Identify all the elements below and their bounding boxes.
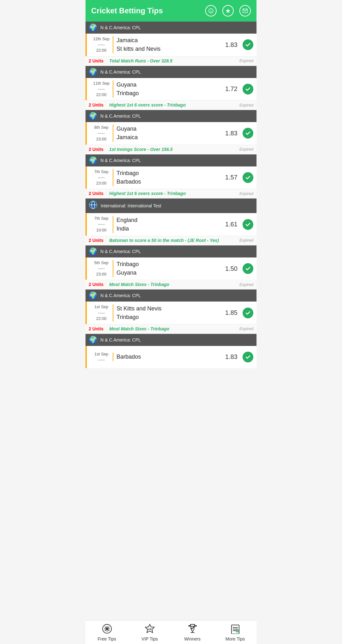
league-row: 🌍N & C.America: CPL (86, 154, 256, 166)
match-date: 7th Sep-----23:00 (90, 169, 113, 186)
tip-expired: Expired (239, 282, 253, 287)
match-check-icon (243, 263, 253, 274)
match-row[interactable]: 11th Sep-----22:00GuyanaTrinbago1.72 (86, 78, 256, 101)
tip-text: Total Match Runs - Over 328.5 (109, 58, 238, 63)
tip-text: Highest 1st 6 overs score - Trinbago (109, 102, 238, 107)
tip-expired: Expired (239, 326, 253, 331)
match-block: International: International Test7th Sep… (86, 198, 256, 245)
league-row: 🌍N & C.America: CPL (86, 110, 256, 122)
league-name: International: International Test (101, 203, 161, 208)
tip-expired: Expired (239, 103, 253, 107)
tip-text: Batsman to score a 50 in the match - (JE… (109, 238, 238, 243)
match-block: 🌍N & C.America: CPL5th Sep-----23:00Trin… (86, 245, 256, 289)
match-block: 🌍N & C.America: CPL8th Sep-----23:00Guya… (86, 110, 256, 154)
tip-expired: Expired (239, 147, 253, 152)
match-check-icon (243, 84, 253, 94)
league-name: N & C.America: CPL (100, 25, 141, 30)
league-name: N & C.America: CPL (100, 293, 141, 298)
match-date: 7th Sep-----10:00 (90, 216, 113, 233)
app-title: Cricket Betting Tips (91, 6, 163, 15)
match-row[interactable]: 1st Sep-----22:00St Kitts and NevisTrinb… (86, 302, 256, 324)
tip-expired: Expired (239, 191, 253, 196)
svg-text:i: i (210, 9, 211, 13)
match-block: 🌍N & C.America: CPL7th Sep-----23:00Trin… (86, 154, 256, 198)
tip-row: 2 UnitsHighest 1st 6 overs score - Trinb… (86, 100, 256, 109)
match-date: 11th Sep-----22:00 (90, 81, 113, 98)
league-flag (89, 200, 98, 211)
match-teams: TrinbagoBarbados (113, 169, 223, 186)
league-flag: 🌍 (89, 156, 97, 165)
tip-text: Most Match Sixes - Trinbago (109, 326, 238, 331)
match-date: 12th Sep-----22:00 (90, 36, 113, 54)
match-block: 🌍N & C.America: CPL1st Sep-----Barbados1… (86, 334, 256, 368)
match-block: 🌍N & C.America: CPL1st Sep-----22:00St K… (86, 289, 256, 333)
match-date: 1st Sep-----22:00 (90, 304, 113, 322)
league-name: N & C.America: CPL (100, 69, 141, 75)
star-icon[interactable] (222, 5, 234, 16)
league-name: N & C.America: CPL (100, 114, 141, 119)
tip-row: 2 UnitsBatsman to score a 50 in the matc… (86, 236, 256, 245)
match-row[interactable]: 12th Sep-----22:00JamaicaSt kitts and Ne… (86, 34, 256, 56)
svg-marker-2 (226, 9, 230, 13)
match-row[interactable]: 1st Sep-----Barbados1.83 (86, 346, 256, 368)
info-icon[interactable]: i (205, 5, 217, 16)
match-block: 🌍N & C.America: CPL11th Sep-----22:00Guy… (86, 66, 256, 110)
match-odds: 1.72 (223, 85, 240, 93)
match-odds: 1.61 (223, 221, 240, 228)
tip-units: 2 Units (89, 282, 109, 287)
league-name: N & C.America: CPL (100, 158, 141, 163)
tip-units: 2 Units (89, 191, 109, 196)
tip-expired: Expired (239, 58, 253, 63)
tip-text: Most Match Sixes - Trinbago (109, 282, 238, 287)
match-odds: 1.57 (223, 174, 240, 181)
match-teams: JamaicaSt kitts and Nevis (113, 36, 223, 53)
league-row: 🌍N & C.America: CPL (86, 66, 256, 78)
match-row[interactable]: 8th Sep-----23:00GuyanaJamaica1.83 (86, 122, 256, 145)
match-teams: EnglandIndia (113, 216, 223, 233)
match-check-icon (243, 352, 253, 362)
tip-row: 2 UnitsMost Match Sixes - TrinbagoExpire… (86, 280, 256, 289)
match-odds: 1.85 (223, 309, 240, 316)
match-odds: 1.50 (223, 265, 240, 272)
tip-units: 2 Units (89, 58, 109, 63)
match-check-icon (243, 308, 253, 318)
mail-icon[interactable] (239, 5, 251, 16)
match-list: 🌍N & C.America: CPL12th Sep-----22:00Jam… (86, 22, 256, 368)
tip-row: 2 Units1st Innings Score - Over 156.5Exp… (86, 145, 256, 154)
match-odds: 1.83 (223, 353, 240, 361)
match-check-icon (243, 39, 253, 50)
league-row: 🌍N & C.America: CPL (86, 289, 256, 302)
match-check-icon (243, 128, 253, 139)
tip-units: 2 Units (89, 102, 109, 107)
app-header: Cricket Betting Tips i (86, 0, 256, 22)
league-flag: 🌍 (89, 247, 97, 256)
league-row: 🌍N & C.America: CPL (86, 22, 256, 34)
match-teams: TrinbagoGuyana (113, 260, 223, 277)
match-row[interactable]: 7th Sep-----23:00TrinbagoBarbados1.57 (86, 166, 256, 189)
tip-text: 1st Innings Score - Over 156.5 (109, 147, 238, 152)
match-teams: Barbados (113, 353, 223, 361)
league-row: 🌍N & C.America: CPL (86, 245, 256, 257)
tip-units: 2 Units (89, 238, 109, 243)
match-teams: GuyanaJamaica (113, 125, 223, 142)
match-date: 8th Sep-----23:00 (90, 125, 113, 142)
league-row: 🌍N & C.America: CPL (86, 334, 256, 346)
match-date: 5th Sep-----23:00 (90, 260, 113, 277)
tip-units: 2 Units (89, 147, 109, 152)
tip-units: 2 Units (89, 326, 109, 331)
match-block: 🌍N & C.America: CPL12th Sep-----22:00Jam… (86, 22, 256, 65)
tip-expired: Expired (239, 238, 253, 243)
league-flag: 🌍 (89, 23, 97, 32)
header-icons: i (205, 5, 251, 16)
league-name: N & C.America: CPL (100, 249, 141, 254)
league-flag: 🌍 (89, 68, 97, 76)
match-row[interactable]: 5th Sep-----23:00TrinbagoGuyana1.50 (86, 257, 256, 280)
match-date: 1st Sep----- (90, 351, 113, 363)
league-flag: 🌍 (89, 291, 97, 300)
match-teams: St Kitts and NevisTrinbago (113, 304, 223, 322)
match-row[interactable]: 7th Sep-----10:00EnglandIndia1.61 (86, 213, 256, 236)
tip-row: 2 UnitsHighest 1st 6 overs score - Trinb… (86, 189, 256, 198)
league-flag: 🌍 (89, 336, 97, 344)
tip-row: 2 UnitsMost Match Sixes - TrinbagoExpire… (86, 324, 256, 333)
tip-row: 2 UnitsTotal Match Runs - Over 328.5Expi… (86, 56, 256, 65)
